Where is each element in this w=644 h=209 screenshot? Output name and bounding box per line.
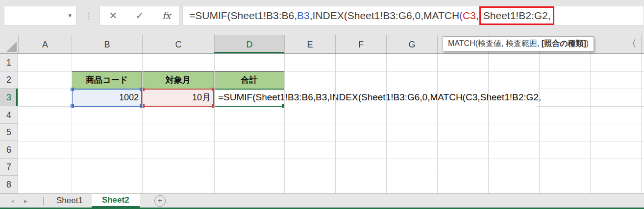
cell-c3-text: 10月: [192, 93, 211, 102]
row-headers: 12345678: [0, 54, 18, 193]
excel-window: ▾ ⋮ ✕ ✓ fx =SUMIF(Sheet1!B3:B6,B3,INDEX(…: [0, 0, 644, 209]
insert-function-button[interactable]: fx: [162, 10, 171, 22]
row-header-7[interactable]: 7: [0, 159, 18, 176]
tab-scroll-left-icon[interactable]: ◂: [6, 194, 19, 208]
row-header-5[interactable]: 5: [0, 124, 18, 141]
column-header-E[interactable]: E: [284, 35, 335, 53]
selected-row-accent: [16, 89, 18, 106]
formula-annotation-box: Sheet1!B2:G2,: [479, 6, 554, 25]
gridline: [539, 54, 540, 193]
gridline: [18, 176, 644, 176]
formula-segment: (: [459, 10, 463, 22]
row-header-4[interactable]: 4: [0, 106, 18, 124]
chevron-mark: 〈: [626, 37, 637, 50]
gridline: [142, 54, 143, 193]
cell-d2-total-header[interactable]: 合計: [214, 71, 284, 89]
formula-segment: =SUMIF(Sheet1!B3:B6,: [189, 10, 297, 22]
gridline: [437, 54, 438, 193]
gridline: [590, 54, 591, 193]
sheet-tab-sheet2[interactable]: Sheet2: [92, 194, 140, 208]
row-header-1[interactable]: 1: [0, 54, 18, 71]
enter-button[interactable]: ✓: [135, 10, 144, 22]
column-header-C[interactable]: C: [142, 35, 214, 53]
function-argument-tooltip: MATCH(検査値, 検査範囲, [照合の種類]): [443, 36, 594, 51]
cell-c3-target-month-value[interactable]: 10月: [142, 89, 214, 107]
gridline: [641, 54, 642, 193]
gridline: [72, 54, 72, 193]
gridline: [214, 54, 215, 193]
gridline: [284, 54, 285, 193]
formula-buttons-panel: ✕ ✓ fx: [99, 6, 180, 25]
row-header-8[interactable]: 8: [0, 176, 18, 193]
selected-column-underline: [214, 52, 284, 53]
formula-segment: Sheet1!B3:G6,0,MATCH: [347, 10, 459, 22]
cell-c2-target-month-header[interactable]: 対象月: [142, 71, 214, 89]
formula-segment: B3: [297, 10, 310, 22]
gridline: [386, 54, 387, 193]
add-sheet-button[interactable]: +: [154, 195, 166, 207]
tab-divider: [43, 197, 44, 205]
cancel-button[interactable]: ✕: [109, 10, 117, 22]
tooltip-prefix: MATCH(検査値, 検査範囲,: [448, 39, 542, 47]
formula-input[interactable]: =SUMIF(Sheet1!B3:B6,B3,INDEX(Sheet1!B3:G…: [182, 6, 644, 25]
column-header-A[interactable]: A: [18, 35, 72, 53]
formula-segment: ,: [476, 10, 479, 22]
formula-bar-strip: ▾ ⋮ ✕ ✓ fx =SUMIF(Sheet1!B3:B6,B3,INDEX(…: [0, 0, 644, 28]
cell-b3-product-code-value[interactable]: 1002: [72, 89, 142, 107]
formula-segment: C3: [463, 10, 476, 22]
gridline: [335, 54, 336, 193]
sheet-tabs: Sheet1Sheet2: [48, 194, 140, 208]
tooltip-suffix: ): [586, 39, 589, 47]
sheet-tab-sheet1[interactable]: Sheet1: [48, 194, 92, 208]
tooltip-active-argument: [照合の種類]: [542, 39, 586, 47]
select-all-triangle-icon: [6, 42, 17, 52]
row-header-6[interactable]: 6: [0, 141, 18, 159]
gridline: [18, 124, 644, 124]
column-header-F[interactable]: F: [335, 35, 386, 53]
name-box[interactable]: ▾: [4, 6, 76, 25]
row-header-3[interactable]: 3: [0, 89, 18, 106]
tab-scroll-right-icon[interactable]: ▸: [19, 194, 32, 208]
column-header-B[interactable]: B: [72, 35, 142, 53]
sheet-tab-bar: ◂ ▸ Sheet1Sheet2 +: [0, 193, 644, 208]
formula-text: =SUMIF(Sheet1!B3:B6,B3,INDEX(Sheet1!B3:G…: [189, 6, 554, 25]
cell-b2-product-code-header[interactable]: 商品コード: [72, 71, 142, 89]
formula-segment: ,INDEX: [310, 10, 344, 22]
column-header-D[interactable]: D: [214, 35, 284, 53]
cell-d3-formula-editor[interactable]: =SUMIF(Sheet1!B3:B6,B3,INDEX(Sheet1!B3:G…: [215, 89, 537, 107]
gridline: [18, 141, 644, 141]
name-box-dropdown-icon[interactable]: ▾: [68, 12, 72, 19]
column-header-G[interactable]: G: [386, 35, 437, 53]
gridline: [488, 54, 489, 193]
select-all-button[interactable]: [0, 35, 18, 53]
formula-bar-grip-icon[interactable]: ⋮: [83, 6, 94, 25]
row-header-2[interactable]: 2: [0, 71, 18, 89]
cell-b3-text: 1002: [119, 93, 139, 102]
gridline: [18, 159, 644, 159]
worksheet-grid: 商品コード 対象月 合計 1002 10月 =SUMIF(Sheet1!B3:B…: [18, 54, 644, 193]
formula-segment: (: [344, 10, 347, 22]
column-header-blank[interactable]: [641, 35, 644, 53]
